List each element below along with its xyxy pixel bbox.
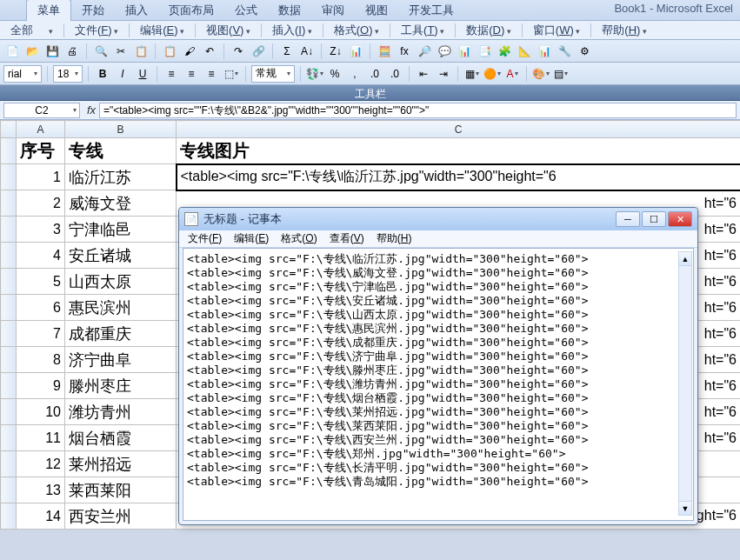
toolbar-btn-15[interactable]: 📊 (347, 43, 364, 60)
cell-A14[interactable]: 13 (17, 477, 65, 503)
ribbon-tab-2[interactable]: 插入 (115, 0, 158, 21)
notepad-textarea[interactable]: <table><img src="F:\专线\临沂江苏.jpg"width="3… (183, 248, 694, 521)
menu-帮助[interactable]: 帮助(H) (595, 21, 654, 40)
toolbar-btn-13[interactable]: A↓ (298, 43, 316, 60)
row-header-12[interactable] (1, 425, 17, 451)
row-header-5[interactable] (1, 243, 17, 269)
cell-B11[interactable]: 潍坊青州 (65, 399, 177, 425)
ribbon-tab-3[interactable]: 页面布局 (158, 0, 224, 21)
toolbar-btn-4[interactable]: 🔍 (92, 43, 110, 60)
row-header-14[interactable] (1, 477, 17, 503)
toolbar-btn-17[interactable]: fx (396, 43, 413, 60)
toolbar-btn-0[interactable]: 📄 (3, 43, 21, 60)
col-header-A[interactable]: A (17, 121, 65, 138)
row-header-11[interactable] (1, 399, 17, 425)
ribbon-tab-4[interactable]: 公式 (224, 0, 268, 21)
scroll-down-icon[interactable]: ▼ (679, 501, 691, 515)
ribbon-tab-1[interactable]: 开始 (71, 0, 115, 21)
toolbar-btn-25[interactable]: 🔧 (556, 43, 573, 60)
cell-B15[interactable]: 西安兰州 (65, 503, 177, 530)
underline-button[interactable]: U (134, 65, 151, 83)
styles-button[interactable]: 🎨 (532, 65, 550, 83)
bold-button[interactable]: B (94, 65, 111, 83)
toolbar-btn-19[interactable]: 💬 (436, 43, 453, 60)
select-all-corner[interactable] (1, 121, 17, 138)
cell-A11[interactable]: 10 (17, 399, 65, 425)
toolbar-btn-24[interactable]: 📊 (536, 43, 553, 60)
menu-all[interactable]: 全部 (3, 21, 40, 40)
np-menu-编辑[interactable]: 编辑(E) (229, 230, 274, 248)
menu-工具[interactable]: 工具(T) (394, 21, 451, 40)
cell-B1[interactable]: 专线 (65, 138, 177, 164)
menu-格式[interactable]: 格式(O) (327, 21, 386, 40)
row-header-3[interactable] (1, 190, 17, 217)
toolbar-btn-7[interactable]: 📋 (161, 43, 178, 60)
menu-文件[interactable]: 文件(F) (68, 21, 125, 40)
cell-B4[interactable]: 宁津临邑 (65, 217, 177, 243)
row-header-6[interactable] (1, 269, 17, 295)
toolbar-btn-20[interactable]: 📊 (456, 43, 473, 60)
cell-B8[interactable]: 成都重庆 (65, 321, 177, 347)
row-header-15[interactable] (1, 503, 17, 530)
fill-color-button[interactable]: 🟠 (483, 65, 501, 83)
toolbar-btn-26[interactable]: ⚙ (576, 43, 593, 60)
ribbon-tab-5[interactable]: 数据 (268, 0, 311, 21)
row-header-8[interactable] (1, 321, 17, 347)
toolbar-btn-18[interactable]: 🔎 (416, 43, 433, 60)
cell-C2[interactable]: <table><img src="F:\专线\临沂江苏.jpg"width="3… (177, 164, 741, 190)
notepad-window[interactable]: 📄 无标题 - 记事本 ─ ☐ ✕ 文件(F)编辑(E)格式(O)查看(V)帮助… (178, 207, 698, 525)
toolbar-btn-21[interactable]: 📑 (476, 43, 493, 60)
cell-A1[interactable]: 序号 (17, 138, 65, 164)
row-header-9[interactable] (1, 347, 17, 373)
decrease-decimal-button[interactable]: .0 (386, 65, 403, 83)
cell-A15[interactable]: 14 (17, 503, 65, 530)
cell-C1[interactable]: 专线图片 (177, 138, 741, 164)
decrease-indent-button[interactable]: ⇤ (415, 65, 432, 83)
cell-A5[interactable]: 4 (17, 243, 65, 269)
cell-A2[interactable]: 1 (17, 164, 65, 190)
cell-B12[interactable]: 烟台栖霞 (65, 425, 177, 451)
scroll-up-icon[interactable]: ▲ (679, 252, 691, 266)
formula-input[interactable]: ="<table><img src=""F:\专线\"&B2&".jpg""wi… (99, 103, 737, 118)
currency-button[interactable]: 💱 (306, 65, 323, 83)
toolbar-btn-2[interactable]: 💾 (43, 43, 61, 60)
np-menu-查看[interactable]: 查看(V) (324, 230, 370, 248)
fx-icon[interactable]: fx (83, 103, 99, 117)
ribbon-tab-8[interactable]: 开发工具 (398, 0, 464, 21)
toolbar-btn-5[interactable]: ✂ (112, 43, 130, 60)
cell-A7[interactable]: 6 (17, 295, 65, 321)
font-name-combo[interactable]: rial (3, 65, 42, 83)
toolbar-btn-12[interactable]: Σ (278, 43, 296, 60)
cell-A10[interactable]: 9 (17, 373, 65, 399)
cell-B13[interactable]: 莱州招远 (65, 451, 177, 477)
menu-窗口[interactable]: 窗口(W) (526, 21, 587, 40)
toolbar-btn-9[interactable]: ↶ (201, 43, 218, 60)
name-box[interactable]: C2 (3, 103, 80, 118)
borders-button[interactable]: ▦ (463, 65, 481, 83)
cell-B3[interactable]: 威海文登 (65, 190, 177, 217)
np-menu-格式[interactable]: 格式(O) (276, 230, 322, 248)
col-header-B[interactable]: B (65, 121, 177, 138)
cell-A13[interactable]: 12 (17, 451, 65, 477)
row-header-1[interactable] (1, 138, 17, 164)
cell-A12[interactable]: 11 (17, 425, 65, 451)
ribbon-tab-6[interactable]: 审阅 (311, 0, 355, 21)
toolbar-btn-22[interactable]: 🧩 (496, 43, 513, 60)
notepad-scrollbar[interactable]: ▲ ▼ (678, 251, 692, 516)
cell-B14[interactable]: 莱西莱阳 (65, 477, 177, 503)
np-menu-文件[interactable]: 文件(F) (183, 230, 227, 248)
menu-插入[interactable]: 插入(I) (265, 21, 319, 40)
italic-button[interactable]: I (114, 65, 131, 83)
cell-A9[interactable]: 8 (17, 347, 65, 373)
row-header-4[interactable] (1, 217, 17, 243)
cell-B9[interactable]: 济宁曲阜 (65, 347, 177, 373)
increase-indent-button[interactable]: ⇥ (435, 65, 452, 83)
cell-A3[interactable]: 2 (17, 190, 65, 217)
toolbar-btn-11[interactable]: 🔗 (250, 43, 267, 60)
np-menu-帮助[interactable]: 帮助(H) (371, 230, 417, 248)
number-format-combo[interactable]: 常规 (251, 65, 295, 83)
font-size-combo[interactable]: 18 (53, 65, 83, 83)
col-header-C[interactable]: C (177, 121, 741, 138)
toolbar-btn-23[interactable]: 📐 (516, 43, 533, 60)
toolbar-btn-10[interactable]: ↷ (230, 43, 247, 60)
